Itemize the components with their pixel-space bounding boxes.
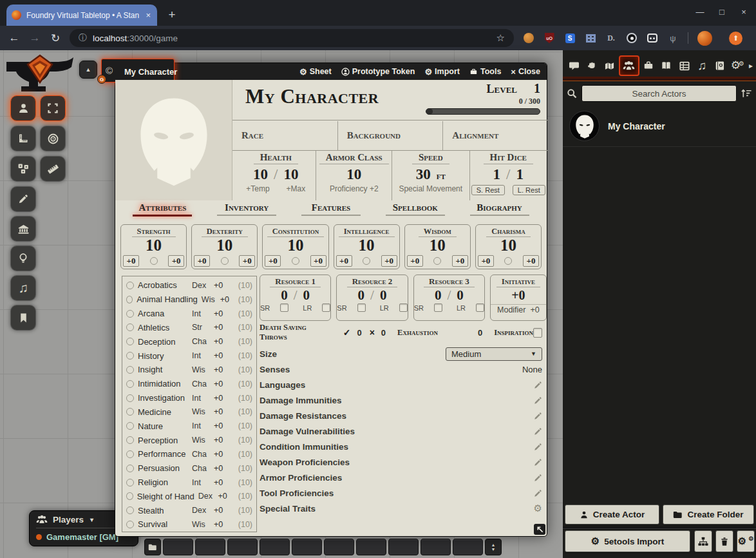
skill-row[interactable]: Deception Cha +0 (10): [126, 334, 252, 349]
ability-score[interactable]: 10: [359, 237, 375, 254]
skill-row[interactable]: Medicine Wis +0 (10): [126, 405, 252, 419]
skill-name[interactable]: Medicine: [138, 407, 188, 417]
sheet-window-header[interactable]: © G My Character ⚙Sheet Prototype Token …: [115, 63, 547, 80]
trait-edit-button[interactable]: [534, 474, 542, 482]
skill-name[interactable]: Performance: [138, 449, 188, 459]
macro-slot[interactable]: [292, 539, 322, 555]
resource-current[interactable]: 0: [358, 287, 365, 303]
ability-proficiency-radio[interactable]: [433, 257, 441, 265]
ability-check-mod[interactable]: +0: [239, 255, 255, 267]
ability-name[interactable]: Constitution: [267, 226, 325, 237]
lr-checkbox[interactable]: [476, 303, 484, 312]
trait-edit-button[interactable]: [534, 381, 542, 389]
skill-name[interactable]: Survival: [138, 519, 188, 529]
special-traits-config-button[interactable]: ⚙: [534, 503, 542, 514]
macro-slot[interactable]: [388, 539, 419, 555]
lighting-tool[interactable]: [10, 245, 36, 271]
close-window-button[interactable]: ×Close: [511, 67, 540, 77]
address-bar[interactable]: ⓘ localhost:30000/game ☆: [70, 29, 514, 47]
inspiration-checkbox[interactable]: [533, 328, 542, 338]
speed-block[interactable]: Speed 30ft Special Movement: [392, 151, 469, 200]
forward-button[interactable]: →: [24, 32, 45, 44]
sort-icon[interactable]: [741, 88, 752, 99]
skill-proficiency-radio[interactable]: [126, 394, 134, 402]
special-movement-label[interactable]: Special Movement: [399, 184, 462, 193]
character-name[interactable]: My Character: [245, 85, 379, 108]
resource-label[interactable]: Resource 1: [270, 276, 321, 287]
settings-cogs-button[interactable]: ⚙⚙: [737, 530, 755, 552]
ability-proficiency-radio[interactable]: [221, 257, 229, 265]
character-portrait[interactable]: [115, 80, 232, 200]
ability-name[interactable]: Wisdom: [419, 226, 457, 237]
hp-tempmax-label[interactable]: +Max: [287, 184, 306, 193]
health-block[interactable]: Health 10/10 +Temp+Max: [236, 151, 316, 200]
macro-slot[interactable]: [227, 539, 258, 555]
folder-tree-button[interactable]: [694, 530, 712, 552]
death-failure-count[interactable]: 0: [381, 328, 386, 338]
tab-playlists[interactable]: ♫: [694, 56, 710, 75]
ruler-tool[interactable]: [40, 156, 66, 182]
sounds-tool[interactable]: ♫: [10, 275, 36, 301]
skill-name[interactable]: History: [138, 351, 188, 361]
drawing-tool[interactable]: [10, 186, 36, 212]
initiative-modifier[interactable]: +0: [530, 305, 539, 314]
ability-save-mod[interactable]: +0: [336, 255, 352, 267]
skill-row[interactable]: Insight Wis +0 (10): [126, 363, 252, 377]
skill-proficiency-radio[interactable]: [126, 323, 134, 331]
ability-save-mod[interactable]: +0: [194, 255, 210, 267]
skill-row[interactable]: Animal Handling Wis +0 (10): [126, 293, 252, 307]
skill-proficiency-radio[interactable]: [126, 352, 134, 360]
senses-value[interactable]: None: [522, 365, 542, 374]
tab-close-icon[interactable]: ×: [144, 10, 152, 20]
ability-score[interactable]: 10: [146, 237, 162, 254]
container-extension-icon[interactable]: [647, 32, 658, 44]
skill-proficiency-radio[interactable]: [126, 465, 134, 472]
window-minimize-button[interactable]: —: [689, 0, 711, 26]
notes-tool[interactable]: [10, 305, 36, 331]
armor-class-block[interactable]: Armor Class 10 Proficiency +2: [316, 151, 392, 200]
hp-temp-label[interactable]: +Temp: [246, 184, 269, 193]
hp-current[interactable]: 10: [253, 166, 268, 183]
back-button[interactable]: ←: [4, 32, 24, 44]
create-folder-button[interactable]: Create Folder: [663, 505, 754, 524]
skill-row[interactable]: Stealth Dex +0 (10): [126, 503, 252, 517]
update-browser-icon[interactable]: ⬆: [729, 32, 742, 45]
long-rest-button[interactable]: L. Rest: [513, 185, 545, 195]
scene-nav-collapse-button[interactable]: ▲: [79, 61, 97, 79]
alignment-field[interactable]: Alignment: [442, 121, 548, 150]
target-tool[interactable]: [40, 126, 66, 151]
skill-proficiency-radio[interactable]: [126, 506, 134, 514]
death-success-icon[interactable]: ✓: [343, 327, 351, 338]
skill-row[interactable]: Athletics Str +0 (10): [126, 320, 252, 334]
xp-value[interactable]: 0 / 300: [519, 97, 540, 106]
skill-name[interactable]: Deception: [138, 337, 188, 347]
skill-proficiency-radio[interactable]: [126, 450, 134, 458]
window-maximize-button[interactable]: □: [711, 0, 733, 26]
walls-tool[interactable]: [10, 216, 36, 242]
ability-check-mod[interactable]: +0: [381, 255, 397, 267]
tab-journal[interactable]: [658, 56, 675, 75]
resource-current[interactable]: 0: [281, 287, 288, 303]
delete-button[interactable]: [715, 530, 733, 552]
skill-proficiency-radio[interactable]: [126, 521, 134, 528]
trait-edit-button[interactable]: [534, 427, 542, 436]
measure-tool[interactable]: [10, 126, 36, 151]
race-field[interactable]: Race: [232, 121, 337, 150]
import-button[interactable]: ⚙Import: [424, 67, 460, 77]
skill-row[interactable]: Perception Wis +0 (10): [126, 433, 252, 447]
5etools-import-button[interactable]: ⚙ 5etools Import: [565, 530, 690, 552]
skill-name[interactable]: Persuasion: [138, 463, 188, 473]
skill-row[interactable]: Acrobatics Dex +0 (10): [126, 278, 252, 293]
skill-row[interactable]: Investigation Int +0 (10): [126, 391, 252, 405]
size-select[interactable]: Medium ▼: [446, 347, 542, 361]
ability-save-mod[interactable]: +0: [265, 255, 281, 267]
sr-checkbox[interactable]: [434, 303, 442, 312]
tab-items[interactable]: [640, 56, 657, 75]
tab-settings[interactable]: ⚙⚙: [729, 56, 746, 75]
ability-check-mod[interactable]: +0: [310, 255, 326, 267]
search-actors-input[interactable]: [581, 85, 737, 102]
lr-checkbox[interactable]: [399, 303, 408, 312]
tools-button[interactable]: Tools: [469, 67, 501, 76]
skill-name[interactable]: Perception: [138, 436, 188, 445]
trait-edit-button[interactable]: [534, 458, 542, 467]
